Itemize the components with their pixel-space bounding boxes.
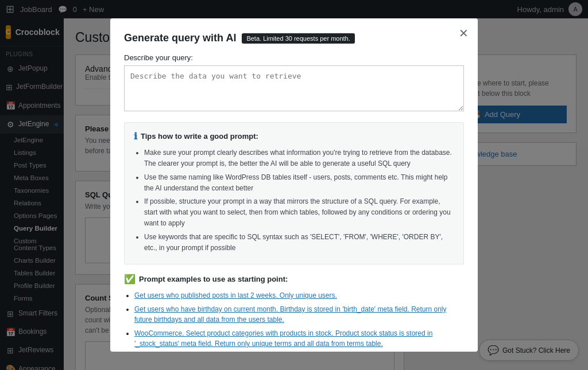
example-link-3[interactable]: WooCommerce. Select product categories w… bbox=[134, 329, 432, 348]
examples-box: ✅ Prompt examples to use as starting poi… bbox=[124, 274, 464, 352]
modal-title: Generate query with AI bbox=[124, 32, 236, 44]
example-3[interactable]: WooCommerce. Select product categories w… bbox=[134, 328, 464, 349]
example-1[interactable]: Get users who published posts in last 2 … bbox=[134, 290, 464, 301]
tip-4: Use keywords that are specific to SQL sy… bbox=[144, 232, 454, 254]
tip-3: If possible, structure your prompt in a … bbox=[144, 196, 454, 229]
modal-overlay[interactable]: Generate query with AI Beta. Limited 30 … bbox=[0, 0, 588, 370]
modal-badge: Beta. Limited 30 requests per month. bbox=[242, 33, 354, 44]
example-link-1[interactable]: Get users who published posts in last 2 … bbox=[134, 291, 337, 299]
example-2[interactable]: Get users who have birthday on current m… bbox=[134, 304, 464, 325]
describe-textarea[interactable] bbox=[124, 65, 464, 111]
tips-box: ℹ Tips how to write a good prompt: Make … bbox=[124, 122, 464, 264]
tip-2: Use the same naming like WordPress DB ta… bbox=[144, 172, 454, 194]
example-link-2[interactable]: Get users who have birthday on current m… bbox=[134, 305, 447, 324]
examples-check-icon: ✅ bbox=[124, 274, 136, 285]
modal-close-button[interactable]: ✕ bbox=[459, 28, 469, 39]
tips-title: Tips how to write a good prompt: bbox=[141, 132, 258, 141]
tips-list: Make sure your prompt clearly describes … bbox=[134, 147, 454, 254]
generate-ai-modal: Generate query with AI Beta. Limited 30 … bbox=[110, 18, 478, 352]
examples-title: Prompt examples to use as starting point… bbox=[139, 275, 288, 283]
describe-label: Describe your query: bbox=[124, 53, 464, 62]
tip-1: Make sure your prompt clearly describes … bbox=[144, 147, 454, 169]
examples-list: Get users who published posts in last 2 … bbox=[124, 290, 464, 352]
tips-icon: ℹ bbox=[134, 131, 137, 142]
